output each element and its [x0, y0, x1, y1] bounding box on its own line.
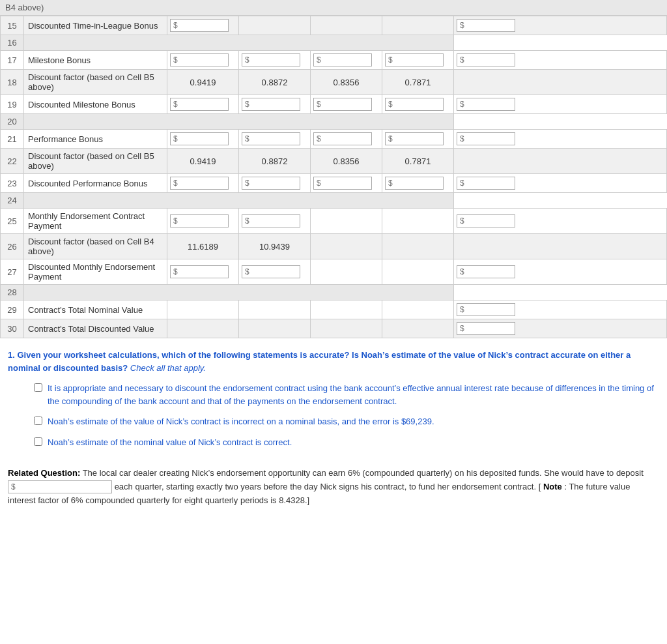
row-label: Contract's Total Discounted Value: [24, 319, 167, 338]
input-cell[interactable]: [239, 51, 311, 70]
input-cell[interactable]: [382, 174, 454, 193]
empty-cell: [167, 300, 239, 319]
cell-input[interactable]: [457, 19, 515, 32]
checkbox-1[interactable]: [34, 383, 42, 392]
row-num: 19: [1, 95, 24, 114]
empty-cell: [311, 16, 382, 35]
cell-input[interactable]: [457, 303, 515, 316]
cell-input[interactable]: [170, 53, 229, 66]
row-label: Discounted Time-in-League Bonus: [24, 16, 167, 35]
cell-input[interactable]: [457, 53, 515, 66]
cell-input[interactable]: [242, 265, 300, 278]
empty-cell: [382, 319, 454, 338]
cell-input[interactable]: [170, 214, 229, 227]
input-cell[interactable]: [454, 174, 667, 193]
row-label: Contract's Total Nominal Value: [24, 300, 167, 319]
row-num: 21: [1, 130, 24, 149]
related-input-wrapper[interactable]: [8, 480, 112, 494]
input-cell[interactable]: [167, 174, 239, 193]
row-label: Performance Bonus: [24, 130, 167, 149]
cell-input[interactable]: [313, 53, 372, 66]
input-cell[interactable]: [167, 259, 239, 285]
checkbox-label-2: Noah’s estimate of the value of Nick’s c…: [48, 415, 434, 428]
input-cell[interactable]: [454, 51, 667, 70]
empty-cell: [167, 319, 239, 338]
cell-input[interactable]: [242, 214, 300, 227]
cell-input[interactable]: [170, 177, 229, 190]
row-label: Discount factor (based on Cell B5 above): [24, 149, 167, 174]
row-num: 20: [1, 114, 24, 130]
value-cell: 0.9419: [167, 149, 239, 174]
input-cell[interactable]: [382, 95, 454, 114]
checkbox-2[interactable]: [34, 417, 42, 425]
input-cell[interactable]: [382, 130, 454, 149]
input-cell[interactable]: [454, 319, 667, 338]
row-num: 26: [1, 234, 24, 259]
cell-input[interactable]: [457, 132, 515, 145]
empty-cell: [382, 16, 454, 35]
cell-input[interactable]: [170, 19, 229, 32]
row-num: 29: [1, 300, 24, 319]
input-cell[interactable]: [167, 95, 239, 114]
input-cell[interactable]: [167, 130, 239, 149]
checkbox-3[interactable]: [34, 437, 42, 446]
cell-input[interactable]: [242, 177, 300, 190]
input-cell[interactable]: [239, 130, 311, 149]
input-cell[interactable]: [239, 95, 311, 114]
input-cell[interactable]: [454, 300, 667, 319]
input-cell[interactable]: [311, 51, 382, 70]
input-cell[interactable]: [382, 51, 454, 70]
row-label: Discount factor (based on Cell B5 above): [24, 70, 167, 95]
cell-input[interactable]: [170, 132, 229, 145]
empty-cell: [382, 234, 454, 259]
input-cell[interactable]: [311, 174, 382, 193]
cell-input[interactable]: [385, 177, 444, 190]
input-cell[interactable]: [167, 16, 239, 35]
empty-cell: [382, 259, 454, 285]
cell-input[interactable]: [457, 177, 515, 190]
related-note-label: Note: [543, 482, 562, 491]
empty-cell: [454, 70, 667, 95]
cell-input[interactable]: [457, 265, 515, 278]
value-cell: 0.8356: [311, 70, 382, 95]
input-cell[interactable]: [167, 51, 239, 70]
input-cell[interactable]: [454, 259, 667, 285]
cell-input[interactable]: [313, 132, 372, 145]
cell-input[interactable]: [385, 132, 444, 145]
cell-input[interactable]: [457, 98, 515, 111]
input-cell[interactable]: [239, 174, 311, 193]
input-cell[interactable]: [239, 259, 311, 285]
row-num: 27: [1, 259, 24, 285]
cell-input[interactable]: [385, 53, 444, 66]
cell-input[interactable]: [313, 98, 372, 111]
input-cell[interactable]: [454, 130, 667, 149]
row-label: Discounted Performance Bonus: [24, 174, 167, 193]
cell-input[interactable]: [170, 265, 229, 278]
input-cell[interactable]: [167, 209, 239, 234]
value-cell: 0.8872: [239, 149, 311, 174]
cell-input[interactable]: [457, 214, 515, 227]
cell-input[interactable]: [313, 177, 372, 190]
row-label: Discounted Monthly Endorsement Payment: [24, 259, 167, 285]
checkbox-label-3: Noah’s estimate of the nominal value of …: [48, 436, 292, 449]
input-cell[interactable]: [454, 95, 667, 114]
top-banner: B4 above): [0, 0, 667, 16]
related-deposit-input[interactable]: [8, 480, 112, 493]
cell-input[interactable]: [242, 132, 300, 145]
cell-input[interactable]: [242, 98, 300, 111]
cell-input[interactable]: [170, 98, 229, 111]
cell-input[interactable]: [242, 53, 300, 66]
cell-input[interactable]: [457, 322, 515, 335]
cell-input[interactable]: [385, 98, 444, 111]
input-cell[interactable]: [311, 95, 382, 114]
input-cell[interactable]: [239, 209, 311, 234]
row-num: 24: [1, 193, 24, 209]
input-cell[interactable]: [454, 209, 667, 234]
value-cell: 0.9419: [167, 70, 239, 95]
input-cell[interactable]: [311, 130, 382, 149]
empty-cell: [454, 149, 667, 174]
input-cell[interactable]: [454, 16, 667, 35]
row-num: 16: [1, 35, 24, 51]
checkbox-item-3: Noah’s estimate of the nominal value of …: [8, 436, 659, 449]
checkbox-item-1: It is appropriate and necessary to disco…: [8, 382, 659, 407]
